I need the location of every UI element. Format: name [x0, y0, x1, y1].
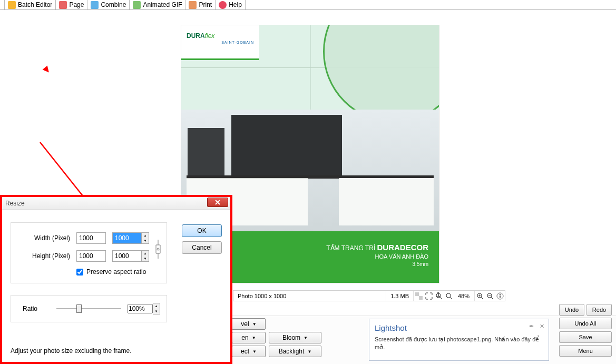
- width-input[interactable]: [112, 232, 142, 244]
- zoom-fit-icon[interactable]: [444, 291, 454, 301]
- svg-line-15: [491, 297, 493, 299]
- combo-bloom[interactable]: Bloom▼: [269, 332, 321, 343]
- width-label: Width (Pixel): [17, 234, 70, 242]
- tb-combine[interactable]: Combine: [87, 0, 130, 9]
- tb-animated-gif[interactable]: Animated GIF: [130, 0, 185, 9]
- status-size: 1.3 MB: [386, 291, 414, 301]
- right-buttons: Undo Redo Undo All Save Menu: [559, 304, 612, 359]
- status-dims: Photo 1000 x 1000: [233, 291, 386, 301]
- tb-label: Batch Editor: [18, 1, 52, 8]
- dialog-title: Resize: [5, 200, 25, 207]
- ratio-spinner[interactable]: ▲▼: [153, 303, 160, 314]
- height-original: [76, 250, 106, 262]
- info-icon[interactable]: [495, 291, 505, 301]
- image-logo: DURAflex SAINT-GOBAIN: [181, 25, 259, 60]
- svg-point-8: [446, 293, 451, 298]
- height-spinner[interactable]: ▲▼: [142, 250, 149, 262]
- notif-close-icon[interactable]: ✕: [538, 322, 545, 330]
- undo-all-button[interactable]: Undo All: [559, 318, 612, 329]
- zoom-in-icon[interactable]: [475, 291, 485, 301]
- width-spinner[interactable]: ▲▼: [142, 232, 149, 244]
- preserve-aspect-checkbox[interactable]: [76, 269, 83, 276]
- pin-icon[interactable]: ✒: [527, 322, 535, 330]
- close-icon: [214, 200, 221, 205]
- resize-dialog: Resize Width (Pixel) ▲▼ Height (Pixel): [0, 195, 232, 364]
- svg-point-20: [157, 248, 159, 250]
- save-button[interactable]: Save: [559, 331, 612, 343]
- dialog-titlebar[interactable]: Resize: [2, 197, 230, 210]
- zoom-out-icon[interactable]: [485, 291, 495, 301]
- close-button[interactable]: [207, 198, 228, 207]
- combo-backlight[interactable]: Backlight▼: [269, 346, 321, 357]
- ratio-label: Ratio: [23, 305, 56, 312]
- status-bar: Photo 1000 x 1000 1.3 MB 1 48%: [233, 290, 505, 301]
- ratio-input[interactable]: [128, 304, 153, 313]
- tb-label: Help: [229, 1, 242, 8]
- svg-line-0: [40, 142, 85, 199]
- arrow-head: [43, 66, 52, 75]
- tb-batch-editor[interactable]: Batch Editor: [5, 0, 56, 9]
- tb-help[interactable]: Help: [216, 0, 246, 9]
- notif-body: Screenshot đã được lưu tại photoscape1.p…: [375, 336, 543, 352]
- status-zoom: 48%: [454, 291, 475, 301]
- combo-sharpen[interactable]: en▼: [232, 332, 266, 343]
- cancel-button[interactable]: Cancel: [182, 241, 222, 254]
- redo-button[interactable]: Redo: [586, 304, 612, 316]
- svg-point-19: [500, 294, 501, 295]
- tb-label: Combine: [101, 1, 126, 8]
- tb-label: Animated GIF: [143, 1, 182, 8]
- height-input[interactable]: [112, 250, 142, 262]
- height-label: Height (Pixel): [17, 252, 70, 260]
- tb-print[interactable]: Print: [185, 0, 216, 9]
- fit-screen-icon[interactable]: [424, 291, 434, 301]
- preserve-aspect-label: Preserve aspect ratio: [86, 268, 146, 276]
- ok-button[interactable]: OK: [182, 224, 222, 237]
- tb-page[interactable]: Page: [56, 0, 87, 9]
- svg-text:1: 1: [437, 292, 441, 298]
- ratio-slider[interactable]: [56, 303, 121, 314]
- tb-label: Page: [69, 1, 84, 8]
- zoom-100-icon[interactable]: 1: [434, 291, 444, 301]
- dialog-hint: Adjust your photo size excluding the fra…: [11, 347, 131, 355]
- svg-line-9: [450, 297, 452, 299]
- combo-level[interactable]: vel▼: [232, 318, 266, 330]
- lightshot-notification[interactable]: ✒ ✕ Lightshot Screenshot đã được lưu tại…: [369, 319, 549, 361]
- combo-effect[interactable]: ect▼: [232, 346, 266, 357]
- svg-line-11: [481, 297, 483, 299]
- svg-rect-4: [415, 296, 419, 300]
- notif-title: Lightshot: [375, 323, 543, 332]
- chain-icon: [154, 238, 162, 261]
- width-original: [76, 232, 106, 244]
- svg-rect-3: [419, 292, 423, 296]
- undo-button[interactable]: Undo: [559, 304, 584, 316]
- top-toolbar: Batch Editor Page Combine Animated GIF P…: [0, 0, 616, 10]
- svg-rect-1: [415, 292, 419, 296]
- transparency-icon[interactable]: [414, 291, 424, 301]
- tb-label: Print: [199, 1, 212, 8]
- svg-rect-2: [419, 296, 423, 300]
- menu-button[interactable]: Menu: [559, 345, 612, 357]
